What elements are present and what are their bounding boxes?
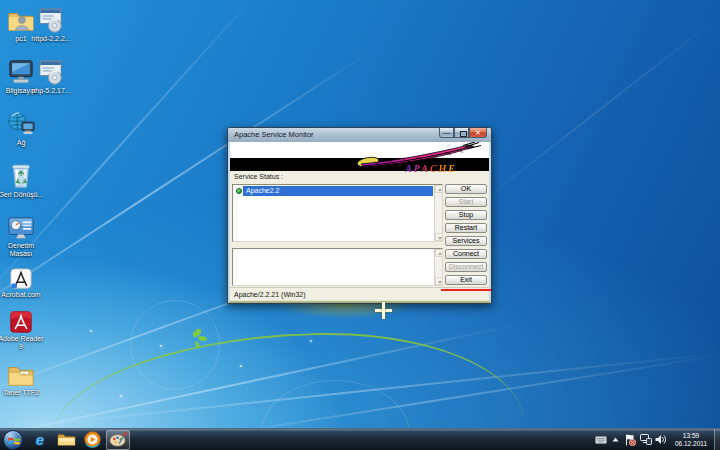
taskbar-internet-explorer[interactable]: e xyxy=(28,430,52,450)
sparkle xyxy=(160,345,162,347)
desktop-icon-php-installer[interactable]: php-5.2.17... xyxy=(28,58,74,95)
wallpaper-vine xyxy=(50,326,523,428)
keyboard-icon xyxy=(595,436,607,444)
system-tray: 13:59 06.12.2011 xyxy=(593,429,720,450)
desktop-icon-label: php-5.2.17... xyxy=(28,87,74,95)
desktop-icon-label: Ağ xyxy=(0,139,44,147)
wallpaper-leaf xyxy=(194,341,200,349)
media-player-icon xyxy=(84,431,101,448)
light-streak xyxy=(180,352,720,428)
desktop-icon-network[interactable]: Ağ xyxy=(0,110,44,147)
paint-icon xyxy=(109,432,127,447)
desktop-icon-httpd-installer[interactable]: httpd-2.2.2... xyxy=(28,6,74,43)
ok-button[interactable]: OK xyxy=(445,184,487,194)
apache-logo-text: APACHE xyxy=(405,163,457,174)
action-center[interactable] xyxy=(624,430,637,450)
wallpaper-leaf xyxy=(197,335,207,343)
desktop-icon-recycle-bin[interactable]: Geri Dönüşü... xyxy=(0,160,44,199)
desktop-icon-label: Taner TTF2 xyxy=(0,389,44,397)
bokeh-circle xyxy=(260,380,410,428)
desktop-icon-label: httpd-2.2.2... xyxy=(28,35,74,43)
language-bar-keyboard[interactable] xyxy=(594,430,607,450)
window-title: Apache Service Monitor xyxy=(234,128,314,142)
taskbar: e xyxy=(0,428,720,450)
start-button[interactable] xyxy=(3,430,23,450)
desktop-icon-control-panel[interactable]: Denetim Masası xyxy=(0,215,44,258)
desktop[interactable]: pc1 httpd-2.2.2... Bilgisayar xyxy=(0,0,720,428)
banner-white-band xyxy=(230,142,489,158)
explorer-folder-icon xyxy=(57,432,76,447)
light-streak xyxy=(469,1,720,212)
scroll-down-icon[interactable] xyxy=(435,233,443,241)
service-name: Apache2.2 xyxy=(243,186,433,196)
taskbar-media-player[interactable] xyxy=(80,430,104,450)
internet-explorer-icon: e xyxy=(36,431,44,449)
network-globe-icon xyxy=(6,110,36,138)
flag-alert-icon xyxy=(625,434,636,446)
maximize-button[interactable] xyxy=(454,128,469,138)
network-icon xyxy=(640,434,652,445)
apache-service-monitor-window: Apache Service Monitor — ✕ APACHE xyxy=(227,127,492,304)
desktop-icon-taner-folder[interactable]: Taner TTF2 xyxy=(0,362,44,397)
stop-button[interactable]: Stop xyxy=(445,210,487,220)
scroll-up-icon[interactable] xyxy=(435,249,443,257)
apache-banner: APACHE xyxy=(230,142,489,171)
scroll-down-icon[interactable] xyxy=(435,277,443,285)
light-streak xyxy=(0,324,518,428)
list-scrollbar[interactable] xyxy=(434,249,442,285)
taskbar-paint[interactable] xyxy=(106,430,130,450)
minimize-icon: — xyxy=(440,128,453,137)
adobe-reader-icon xyxy=(9,310,33,334)
volume-control[interactable] xyxy=(654,430,667,450)
desktop-icon-label: Adobe Reader 9 xyxy=(0,335,44,351)
minimize-button[interactable]: — xyxy=(439,128,454,138)
sparkle xyxy=(310,340,312,342)
services-button[interactable]: Services xyxy=(445,236,487,246)
connect-button[interactable]: Connect xyxy=(445,249,487,259)
light-streak xyxy=(30,352,720,427)
close-button[interactable]: ✕ xyxy=(469,128,487,138)
show-desktop-button[interactable] xyxy=(714,429,720,450)
sparkle xyxy=(120,395,122,397)
acrobat-icon xyxy=(9,268,33,290)
show-hidden-icons[interactable] xyxy=(609,430,622,450)
folder-icon xyxy=(6,362,36,388)
network-status[interactable] xyxy=(639,430,652,450)
service-status-label: Service Status : xyxy=(234,173,283,180)
banner-black-band: APACHE xyxy=(230,158,489,171)
chevron-up-icon xyxy=(612,437,619,442)
taskbar-clock[interactable]: 13:59 06.12.2011 xyxy=(670,432,712,448)
clock-date: 06.12.2011 xyxy=(670,440,712,448)
installer-package-icon xyxy=(36,58,66,86)
list-scrollbar[interactable] xyxy=(434,185,442,241)
log-output-box[interactable] xyxy=(232,248,443,286)
window-titlebar[interactable]: Apache Service Monitor — ✕ xyxy=(228,128,491,142)
sparkle xyxy=(90,330,92,332)
restart-highlight-annotation xyxy=(441,289,491,291)
desktop-icon-label: Geri Dönüşü... xyxy=(0,191,44,199)
restart-button[interactable]: Restart xyxy=(445,223,487,233)
service-list-item-apache22[interactable]: Apache2.2 xyxy=(234,186,433,196)
desktop-icon-acrobat-com[interactable]: Acrobat.com xyxy=(0,268,44,299)
maximize-icon xyxy=(455,128,468,137)
desktop-icon-label: Acrobat.com xyxy=(0,291,44,299)
service-status-list[interactable]: Apache2.2 xyxy=(232,184,443,242)
close-icon: ✕ xyxy=(470,128,486,137)
scroll-up-icon[interactable] xyxy=(435,185,443,193)
desktop-icon-label: Denetim Masası xyxy=(0,242,44,258)
wallpaper-leaf xyxy=(191,328,203,339)
installer-package-icon xyxy=(36,6,66,34)
exit-button[interactable]: Exit xyxy=(445,275,487,285)
service-running-icon xyxy=(234,186,243,196)
start-button[interactable]: Start xyxy=(445,197,487,207)
speaker-icon xyxy=(655,434,667,445)
taskbar-windows-explorer[interactable] xyxy=(54,430,78,450)
clock-time: 13:59 xyxy=(670,432,712,440)
recycle-bin-icon xyxy=(7,160,35,190)
disconnect-button[interactable]: Disconnect xyxy=(445,262,487,272)
caption-buttons: — ✕ xyxy=(439,128,487,138)
control-panel-icon xyxy=(6,215,36,241)
button-column: OK Start Stop Restart Services Connect D… xyxy=(445,184,487,288)
desktop-icon-adobe-reader[interactable]: Adobe Reader 9 xyxy=(0,310,44,351)
bokeh-circle xyxy=(130,300,220,390)
